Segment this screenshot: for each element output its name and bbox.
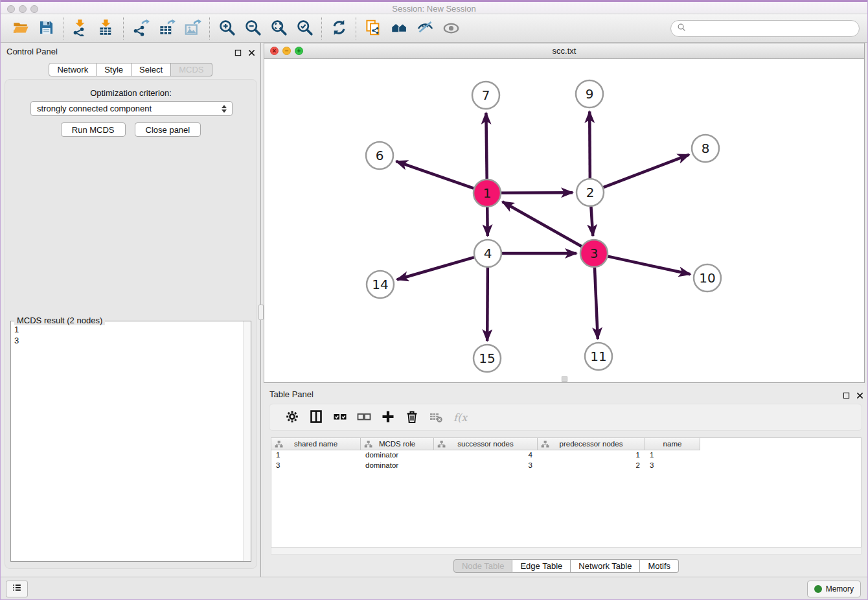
export-network-button[interactable] <box>128 17 154 40</box>
float-table-panel-icon[interactable] <box>843 390 850 402</box>
tab-network-table[interactable]: Network Table <box>571 559 640 573</box>
cell-MCDS-role[interactable]: dominator <box>361 450 434 461</box>
zoom-in-button[interactable] <box>214 17 240 40</box>
splitter-grip[interactable] <box>258 305 264 320</box>
column-visibility-button[interactable] <box>304 406 328 428</box>
control-panel-tabs: NetworkStyleSelectMCDS <box>1 63 260 76</box>
column-header-name[interactable]: name <box>645 438 700 450</box>
svg-text:1: 1 <box>483 185 492 201</box>
settings-gear-icon <box>284 409 300 426</box>
table-panel-title: Table Panel <box>269 389 314 399</box>
node-10[interactable]: 10 <box>694 264 721 292</box>
column-label: predecessor nodes <box>560 440 623 448</box>
tab-select[interactable]: Select <box>131 63 171 76</box>
node-15[interactable]: 15 <box>474 345 501 372</box>
column-header-MCDS-role[interactable]: MCDS role <box>361 438 434 450</box>
import-network-icon <box>72 19 89 38</box>
save-button[interactable] <box>33 17 59 40</box>
edge-4-14[interactable] <box>397 257 474 279</box>
edge-1-7[interactable] <box>486 113 486 179</box>
node-11[interactable]: 11 <box>585 343 612 370</box>
column-header-predecessor-nodes[interactable]: predecessor nodes <box>538 438 645 450</box>
cell-successor-nodes[interactable]: 4 <box>434 450 538 461</box>
node-9[interactable]: 9 <box>576 80 603 108</box>
delete-row-button[interactable] <box>400 406 424 428</box>
criterion-select[interactable]: strongly connected component <box>30 101 233 116</box>
column-header-shared-name[interactable]: shared name <box>271 438 361 450</box>
edge-2-9[interactable] <box>589 111 590 178</box>
show-all-button[interactable] <box>438 17 464 40</box>
edge-3-11[interactable] <box>595 268 598 339</box>
task-history-button[interactable] <box>6 581 28 597</box>
cell-shared-name[interactable]: 3 <box>271 461 361 471</box>
control-panel: Control Panel NetworkStyleSelectMCDS Opt… <box>1 43 261 577</box>
tab-style[interactable]: Style <box>97 63 131 76</box>
export-table-icon <box>158 19 176 38</box>
result-scrollbar[interactable] <box>243 321 251 561</box>
close-panel-icon[interactable] <box>248 47 255 59</box>
hide-selected-button[interactable] <box>412 17 438 40</box>
mcds-result-line: 1 <box>14 324 19 335</box>
edge-1-2[interactable] <box>501 192 573 193</box>
open-folder-button[interactable] <box>7 17 33 40</box>
float-panel-icon[interactable] <box>234 47 242 59</box>
column-header-successor-nodes[interactable]: successor nodes <box>434 438 538 450</box>
close-panel-button[interactable]: Close panel <box>135 122 201 137</box>
export-image-icon <box>184 19 201 38</box>
edge-1-6[interactable] <box>396 161 474 189</box>
run-mcds-button[interactable]: Run MCDS <box>61 122 126 137</box>
add-row-button[interactable] <box>376 406 400 428</box>
node-1[interactable]: 1 <box>474 179 501 207</box>
cell-MCDS-role[interactable]: dominator <box>361 461 434 471</box>
node-6[interactable]: 6 <box>366 142 393 169</box>
node-2[interactable]: 2 <box>577 179 604 206</box>
settings-gear-button[interactable] <box>280 406 304 428</box>
network-canvas[interactable]: 7968124314101511 <box>264 59 864 382</box>
tab-node-table[interactable]: Node Table <box>453 559 513 573</box>
close-table-panel-icon[interactable] <box>856 390 863 402</box>
edge-3-1[interactable] <box>503 202 582 246</box>
duplicate-network-button[interactable] <box>360 17 386 40</box>
network-window-titlebar: × – + scc.txt <box>264 43 864 59</box>
zoom-in-icon <box>218 19 236 38</box>
edge-3-10[interactable] <box>608 257 690 275</box>
cell-name[interactable]: 1 <box>645 450 700 461</box>
import-network-button[interactable] <box>67 17 93 40</box>
node-14[interactable]: 14 <box>367 271 394 298</box>
refresh-button[interactable] <box>326 17 352 40</box>
cell-shared-name[interactable]: 1 <box>271 450 361 461</box>
zoom-out-button[interactable] <box>240 17 266 40</box>
table-row[interactable]: 1dominator411 <box>271 450 700 461</box>
zoom-fit-button[interactable] <box>266 17 291 40</box>
tab-mcds[interactable]: MCDS <box>171 63 212 76</box>
table-scrollbar[interactable] <box>271 548 862 555</box>
edge-2-3[interactable] <box>591 207 593 236</box>
first-neighbors-button[interactable] <box>386 17 412 40</box>
edge-2-8[interactable] <box>604 155 689 188</box>
tab-edge-table[interactable]: Edge Table <box>512 559 571 573</box>
edge-4-15[interactable] <box>487 268 488 341</box>
cell-predecessor-nodes[interactable]: 2 <box>538 461 645 471</box>
export-table-button[interactable] <box>154 17 179 40</box>
search-input[interactable] <box>687 22 859 35</box>
toolbar-separator <box>321 17 322 40</box>
deselect-all-button[interactable] <box>352 406 376 428</box>
cell-successor-nodes[interactable]: 3 <box>434 461 538 471</box>
node-3[interactable]: 3 <box>580 240 608 267</box>
zoom-selected-button[interactable] <box>291 17 317 40</box>
node-4[interactable]: 4 <box>474 240 501 267</box>
import-table-button[interactable] <box>93 17 119 40</box>
cell-predecessor-nodes[interactable]: 1 <box>538 450 645 461</box>
network-scroll-handle[interactable] <box>562 376 567 382</box>
memory-button[interactable]: Memory <box>807 581 861 597</box>
table-panel-header: Table Panel <box>264 386 868 402</box>
delete-row-icon <box>404 409 420 426</box>
node-8[interactable]: 8 <box>692 135 719 162</box>
table-row[interactable]: 3dominator323 <box>271 461 700 471</box>
export-image-button[interactable] <box>179 17 205 40</box>
cell-name[interactable]: 3 <box>645 461 700 471</box>
node-7[interactable]: 7 <box>472 82 499 109</box>
tab-motifs[interactable]: Motifs <box>640 559 679 573</box>
select-all-button[interactable] <box>328 406 352 428</box>
tab-network[interactable]: Network <box>49 63 97 76</box>
